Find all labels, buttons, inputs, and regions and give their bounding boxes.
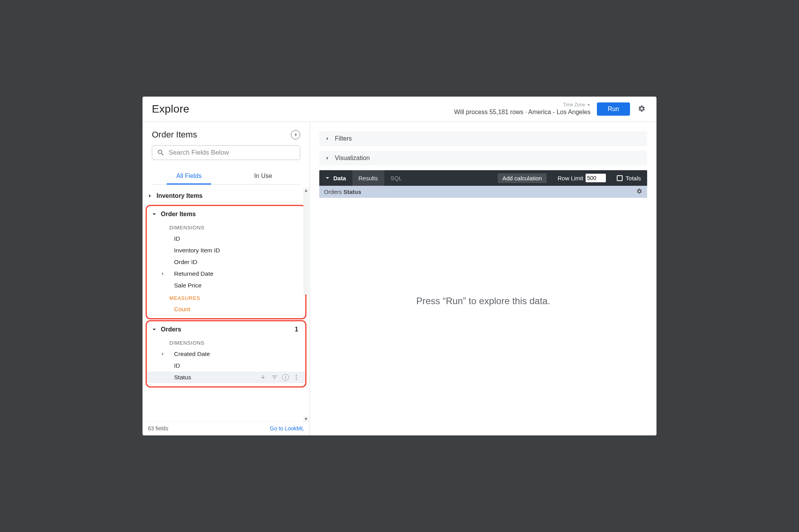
sidebar: Order Items All Fields In Use	[143, 122, 310, 435]
visualization-section[interactable]: Visualization	[319, 151, 647, 166]
totals-label: Totals	[626, 175, 641, 181]
search-input[interactable]	[169, 149, 295, 157]
column-header[interactable]: Orders Status	[324, 188, 361, 195]
svg-point-2	[296, 379, 297, 380]
explore-title: Order Items	[152, 130, 197, 140]
field-list[interactable]: Inventory Items Order Items DIMENSIONS I…	[143, 188, 310, 422]
search-field-wrap[interactable]	[152, 145, 300, 160]
sidebar-footer: 63 fields Go to LookML	[143, 422, 310, 435]
collapse-sidebar-button[interactable]	[291, 130, 300, 139]
row-limit-label: Row Limit	[558, 175, 583, 181]
view-badge: 1	[295, 326, 298, 333]
column-header-row: Orders Status	[319, 186, 647, 198]
svg-point-0	[296, 375, 297, 376]
sql-tab[interactable]: SQL	[384, 170, 408, 186]
process-info: Will process 55,181 rows · America - Los…	[454, 108, 590, 116]
results-tab[interactable]: Results	[352, 170, 384, 186]
data-bar: Data Results SQL Add calculation Row Lim…	[319, 170, 647, 186]
row-limit-input[interactable]	[586, 174, 606, 182]
empty-state: Press “Run” to explore this data.	[319, 198, 647, 435]
timezone-label: Time Zone	[563, 102, 585, 108]
field-order-id[interactable]: Order ID	[147, 256, 305, 268]
timezone-dropdown[interactable]: Time Zone	[563, 102, 591, 108]
caret-right-icon	[161, 272, 164, 275]
caret-down-icon	[152, 328, 156, 331]
column-settings-button[interactable]	[636, 188, 642, 196]
pivot-icon[interactable]	[260, 374, 267, 381]
checkbox-icon	[617, 175, 623, 181]
sidebar-top: Order Items All Fields In Use	[143, 122, 310, 188]
gear-icon	[636, 188, 642, 194]
sidebar-tabs: All Fields In Use	[152, 169, 300, 185]
add-calculation-wrap: Add calculation	[491, 170, 553, 186]
app-frame: Explore Time Zone Will process 55,181 ro…	[143, 97, 656, 435]
caret-right-icon	[326, 156, 329, 160]
info-icon[interactable]: i	[282, 374, 289, 381]
view-header-inventory-items[interactable]: Inventory Items	[143, 189, 310, 203]
measures-label: MEASURES	[147, 291, 305, 303]
tab-in-use[interactable]: In Use	[226, 169, 301, 184]
content: Filters Visualization Data Results SQL	[310, 122, 656, 435]
scrollbar-thumb[interactable]	[303, 193, 309, 294]
caret-right-icon	[148, 194, 152, 198]
search-icon	[157, 149, 165, 157]
data-tab[interactable]: Data	[319, 170, 352, 186]
filters-section[interactable]: Filters	[319, 131, 647, 146]
view-inventory-items: Inventory Items	[143, 188, 310, 204]
caret-down-icon	[326, 176, 329, 180]
highlight-orders: Orders 1 DIMENSIONS Created Date ID Stat…	[146, 320, 306, 388]
view-header-orders[interactable]: Orders 1	[147, 323, 305, 336]
dimensions-label: DIMENSIONS	[147, 336, 305, 348]
field-inventory-item-id[interactable]: Inventory Item ID	[147, 245, 305, 256]
chevron-down-icon	[587, 103, 591, 107]
view-label: Inventory Items	[157, 192, 202, 199]
run-button[interactable]: Run	[597, 102, 630, 116]
field-id[interactable]: ID	[147, 233, 305, 245]
field-orders-id[interactable]: ID	[147, 360, 305, 372]
field-actions: i	[260, 374, 302, 381]
caret-down-icon	[152, 212, 156, 216]
field-count: 63 fields	[148, 425, 168, 432]
highlight-order-items: Order Items DIMENSIONS ID Inventory Item…	[146, 205, 306, 319]
page-title: Explore	[152, 103, 189, 115]
sidebar-title-row: Order Items	[152, 130, 300, 140]
gear-icon	[638, 105, 646, 113]
view-label: Order Items	[161, 211, 196, 218]
header: Explore Time Zone Will process 55,181 ro…	[143, 97, 656, 122]
empty-state-text: Press “Run” to explore this data.	[416, 296, 550, 307]
view-orders: Orders 1 DIMENSIONS Created Date ID Stat…	[147, 321, 305, 385]
svg-point-1	[296, 377, 297, 378]
go-to-lookml-link[interactable]: Go to LookML	[270, 425, 304, 432]
field-status[interactable]: Status i	[147, 372, 305, 383]
field-count[interactable]: Count	[147, 303, 305, 315]
field-sale-price[interactable]: Sale Price	[147, 280, 305, 291]
view-order-items: Order Items DIMENSIONS ID Inventory Item…	[147, 206, 305, 317]
scroll-up-icon[interactable]: ▲	[303, 188, 309, 193]
view-header-order-items[interactable]: Order Items	[147, 208, 305, 221]
filter-icon[interactable]	[271, 374, 278, 381]
dimensions-label: DIMENSIONS	[147, 221, 305, 233]
view-label: Orders	[161, 326, 181, 333]
more-vert-icon[interactable]	[293, 374, 300, 381]
row-limit: Row Limit	[553, 174, 611, 182]
filters-label: Filters	[335, 135, 352, 142]
totals-toggle[interactable]: Totals	[611, 175, 647, 181]
field-created-date[interactable]: Created Date	[147, 348, 305, 360]
scroll-down-icon[interactable]: ▼	[303, 416, 309, 422]
header-right: Time Zone Will process 55,181 rows · Ame…	[454, 102, 647, 116]
settings-button[interactable]	[636, 103, 647, 115]
main: Order Items All Fields In Use	[143, 122, 656, 435]
add-calculation-button[interactable]: Add calculation	[498, 173, 547, 183]
caret-right-icon	[161, 352, 164, 356]
visualization-label: Visualization	[335, 155, 370, 162]
field-list-container: Inventory Items Order Items DIMENSIONS I…	[143, 188, 310, 422]
field-returned-date[interactable]: Returned Date	[147, 268, 305, 280]
caret-right-icon	[326, 137, 329, 141]
tab-all-fields[interactable]: All Fields	[152, 169, 226, 184]
chevron-left-icon	[294, 133, 297, 137]
header-left: Explore	[152, 103, 189, 115]
header-info: Time Zone Will process 55,181 rows · Ame…	[454, 102, 590, 116]
